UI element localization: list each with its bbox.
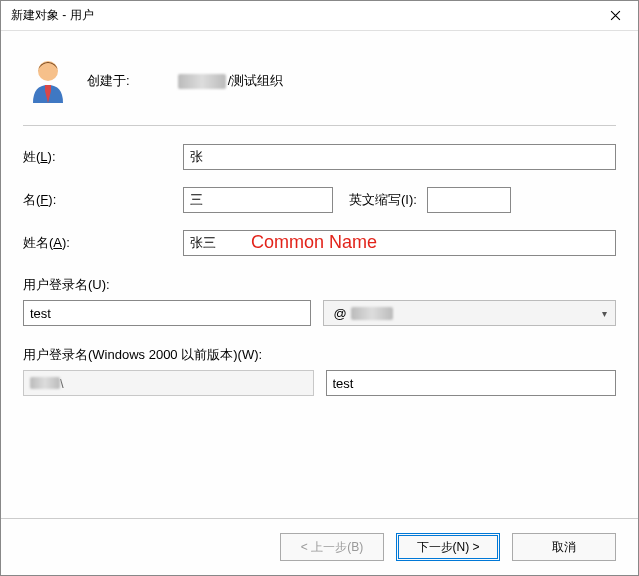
chevron-down-icon: ▾: [602, 308, 607, 319]
dialog-window: 新建对象 - 用户 创建于: /测试组织 姓(L):: [0, 0, 639, 576]
last-name-input[interactable]: [183, 144, 616, 170]
full-name-input[interactable]: [183, 230, 616, 256]
first-name-label: 名(F):: [23, 191, 183, 209]
close-icon: [610, 10, 621, 21]
netbios-domain-readonly: \: [23, 370, 314, 396]
logon-2000-label: 用户登录名(Windows 2000 以前版本)(W):: [23, 346, 616, 364]
dialog-body: 创建于: /测试组织 姓(L): 名(F): 英文缩写(I):: [1, 31, 638, 518]
first-name-input[interactable]: [183, 187, 333, 213]
logon-section: 用户登录名(U): @ ▾: [23, 276, 616, 326]
cancel-button[interactable]: 取消: [512, 533, 616, 561]
domain-prefix: @: [334, 306, 347, 321]
separator: [23, 125, 616, 126]
initials-label: 英文缩写(I):: [349, 191, 417, 209]
name-form: 姓(L): 名(F): 英文缩写(I): 姓名(A):: [23, 144, 616, 256]
back-button: < 上一步(B): [280, 533, 384, 561]
user-icon: [27, 57, 69, 105]
domain-select[interactable]: @ ▾: [323, 300, 617, 326]
next-button[interactable]: 下一步(N) >: [396, 533, 500, 561]
full-name-label: 姓名(A):: [23, 234, 183, 252]
initials-input[interactable]: [427, 187, 511, 213]
logon-name-input[interactable]: [23, 300, 311, 326]
titlebar: 新建对象 - 用户: [1, 1, 638, 31]
created-in-label: 创建于:: [87, 72, 130, 90]
svg-point-0: [38, 61, 58, 81]
redacted-text: [178, 74, 226, 89]
close-button[interactable]: [593, 1, 638, 31]
last-name-label: 姓(L):: [23, 148, 183, 166]
header-row: 创建于: /测试组织: [23, 49, 616, 125]
redacted-text: [30, 377, 60, 389]
redacted-text: [351, 307, 393, 320]
logon-label: 用户登录名(U):: [23, 276, 616, 294]
row-last-name: 姓(L):: [23, 144, 616, 170]
logon-2000-section: 用户登录名(Windows 2000 以前版本)(W): \: [23, 346, 616, 396]
row-first-name: 名(F): 英文缩写(I):: [23, 187, 616, 213]
created-in-path: /测试组织: [178, 72, 284, 90]
window-title: 新建对象 - 用户: [11, 7, 94, 24]
footer: < 上一步(B) 下一步(N) > 取消: [1, 518, 638, 575]
logon-2000-input[interactable]: [326, 370, 617, 396]
path-suffix: /测试组织: [228, 72, 284, 90]
row-full-name: 姓名(A): Common Name: [23, 230, 616, 256]
